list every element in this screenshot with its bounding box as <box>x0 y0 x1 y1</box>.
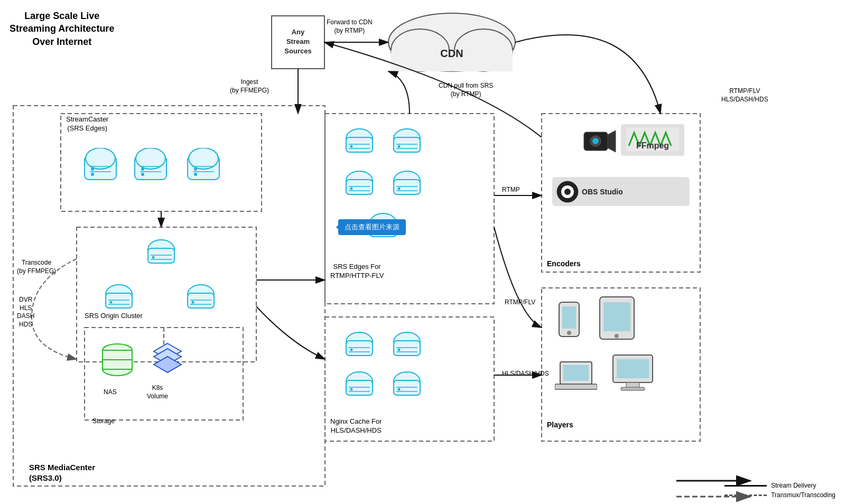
rtmp-flv-label: RTMP/FLV <box>505 298 535 307</box>
svg-point-42 <box>152 256 155 259</box>
svg-point-33 <box>189 148 218 169</box>
svg-point-109 <box>592 138 599 144</box>
svg-rect-123 <box>555 384 597 389</box>
legend-stream-delivery: Stream Delivery <box>724 482 835 489</box>
nginx-r1c2 <box>391 330 423 361</box>
svg-point-120 <box>615 334 619 338</box>
hls-dash-label: HLS/DASH/HDS <box>502 370 549 378</box>
svg-rect-54 <box>346 137 373 152</box>
origin-icon-left <box>103 283 135 313</box>
streamcaster-label: StreamCaster(SRS Edges) <box>66 115 108 133</box>
edges-rtmp-r2c1 <box>343 169 375 200</box>
monitor-icon <box>610 354 655 395</box>
svg-point-27 <box>136 148 165 169</box>
legend: Stream Delivery Transmux/Transcoding <box>724 482 835 499</box>
dvr-hls-label: DVRHLSDASHHDS <box>17 296 34 329</box>
svg-rect-94 <box>394 380 420 395</box>
svg-rect-119 <box>603 302 630 331</box>
svg-rect-39 <box>148 248 174 263</box>
svg-point-92 <box>350 388 353 391</box>
svg-rect-59 <box>394 137 420 152</box>
svg-point-3 <box>391 29 449 71</box>
players-label: Players <box>547 420 573 430</box>
svg-point-25 <box>91 173 94 176</box>
svg-rect-79 <box>346 341 373 356</box>
svg-rect-49 <box>188 293 214 308</box>
svg-rect-122 <box>563 365 589 381</box>
svg-point-47 <box>110 301 113 304</box>
transcode-label: Transcode(by FFMPEG) <box>17 259 56 275</box>
svg-rect-116 <box>562 306 576 329</box>
svg-point-37 <box>194 173 197 176</box>
encoders-label: Encoders <box>547 259 581 268</box>
svg-point-30 <box>141 167 144 171</box>
edges-rtmp-r1c2 <box>391 127 423 157</box>
svg-point-117 <box>567 331 571 335</box>
tablet-icon <box>597 296 637 345</box>
streamcaster-icon-1 <box>82 148 119 184</box>
nas-label: NAS <box>104 388 117 397</box>
storage-label: Storage <box>92 417 115 426</box>
svg-rect-89 <box>346 380 373 395</box>
edges-rtmp-r2c2 <box>391 169 423 200</box>
svg-rect-6 <box>272 16 324 69</box>
origin-label: SRS Origin Cluster <box>85 312 143 321</box>
nginx-label: Nginx Cache ForHLS/DASH/HDS <box>330 417 382 435</box>
svg-point-57 <box>350 145 353 148</box>
svg-rect-102 <box>103 360 132 369</box>
nginx-r2c2 <box>391 370 423 400</box>
svg-point-97 <box>398 388 401 391</box>
phone-icon <box>555 301 584 345</box>
legend-transmux: Transmux/Transcoding <box>724 491 835 499</box>
forward-cdn-label: Forward to CDN(by RTMP) <box>327 18 373 35</box>
svg-point-72 <box>398 188 401 190</box>
tooltip-bubble[interactable]: 点击查看图片来源 <box>338 219 406 235</box>
svg-text:FFmpeg: FFmpeg <box>636 141 669 150</box>
svg-rect-69 <box>394 180 420 194</box>
obs-box: OBS Studio <box>552 177 690 206</box>
svg-point-21 <box>86 148 115 169</box>
svg-rect-125 <box>617 359 649 378</box>
svg-text:Stream: Stream <box>286 38 310 45</box>
svg-rect-10 <box>13 106 325 486</box>
nginx-r1c1 <box>343 330 375 361</box>
k8s-icon <box>151 341 185 385</box>
arrows-svg: CDN Any Stream Sources <box>0 0 846 504</box>
origin-icon-right <box>185 283 217 313</box>
nginx-r2c1 <box>343 370 375 400</box>
svg-point-67 <box>350 188 353 190</box>
svg-marker-107 <box>608 130 616 152</box>
ffmpeg-icon <box>581 124 618 160</box>
ffmpeg-logo: FFmpeg <box>621 124 684 156</box>
diagram-title: Large Scale Live Streaming Architecture … <box>10 10 114 48</box>
streamcaster-icon-3 <box>185 148 222 184</box>
svg-point-87 <box>398 349 401 351</box>
cdn-pull-label: CDN pull from SRS(by RTMP) <box>439 82 493 98</box>
laptop-icon <box>555 359 597 395</box>
svg-rect-100 <box>103 350 132 360</box>
streamcaster-icon-2 <box>132 148 169 184</box>
svg-point-4 <box>454 29 513 71</box>
svg-rect-127 <box>621 387 645 390</box>
svg-text:Any: Any <box>292 28 305 36</box>
diagram-container: Large Scale Live Streaming Architecture … <box>0 0 846 504</box>
svg-rect-64 <box>346 180 373 194</box>
svg-point-52 <box>192 301 194 304</box>
svg-point-114 <box>564 189 571 195</box>
svg-rect-84 <box>394 341 420 356</box>
svg-point-2 <box>388 13 515 71</box>
svg-point-36 <box>194 167 197 171</box>
cdn-label: CDN <box>440 48 463 59</box>
mediacenter-label: SRS MediaCenter(SRS3.0) <box>29 462 95 483</box>
edges-rtmp-label: SRS Edges ForRTMP/HTTP-FLV <box>330 263 384 281</box>
svg-point-31 <box>141 173 144 176</box>
origin-icon-top <box>145 238 177 268</box>
rtmp-label: RTMP <box>502 186 520 194</box>
svg-point-24 <box>91 167 94 171</box>
nas-icon <box>100 341 135 385</box>
k8s-label: K8sVolume <box>147 384 168 400</box>
edges-rtmp-r1c1 <box>343 127 375 157</box>
svg-point-82 <box>350 349 353 351</box>
svg-rect-5 <box>391 50 513 71</box>
svg-text:Sources: Sources <box>284 47 311 55</box>
